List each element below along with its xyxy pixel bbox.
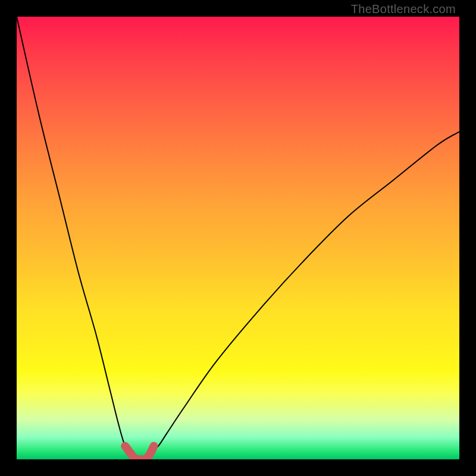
curve-highlight xyxy=(125,446,154,459)
bottleneck-chart-svg xyxy=(17,17,459,459)
attribution-text: TheBottleneck.com xyxy=(351,2,456,16)
curve-main xyxy=(17,17,459,459)
chart-plot-area xyxy=(17,17,459,459)
